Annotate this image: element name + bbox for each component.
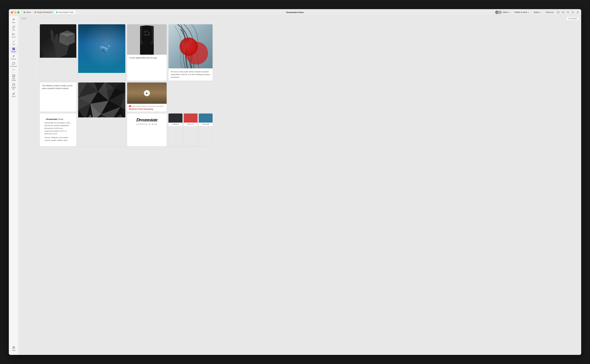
sidebar-item-upload[interactable]: Upload file	[10, 82, 18, 91]
tab-moodboard[interactable]: Design Moodboard	[33, 11, 54, 14]
sidebar-item-column[interactable]: Column	[10, 54, 18, 61]
card-polygon[interactable]	[78, 83, 125, 146]
board-icon	[12, 47, 15, 51]
card-halftone[interactable]: Try this rippled effect with the logo	[127, 24, 167, 81]
svg-rect-0	[557, 11, 559, 13]
swatch-red-color	[184, 113, 198, 123]
card-dreamstate-block[interactable]: —Dreamstate Poster Dreamstate first emer…	[40, 113, 76, 146]
sidebar-item-trash[interactable]: Trash	[10, 345, 18, 352]
sidebar-item-link[interactable]: Link	[10, 25, 18, 32]
woman-hair-image	[168, 24, 212, 68]
topbar-right: 0 Unsorted	[566, 17, 579, 20]
zoom-out-button[interactable]: Zoom out	[544, 11, 555, 14]
sidebar-item-board[interactable]: Board	[10, 46, 18, 53]
swatch-red[interactable]: #D24141	[184, 113, 198, 146]
maximize-button[interactable]	[17, 11, 19, 13]
card-underwater[interactable]	[78, 24, 125, 81]
swatch-blue-color	[199, 113, 212, 123]
titlebar-actions: A B Editors Publish & share Export Zoom …	[495, 10, 579, 14]
svg-point-37	[106, 45, 110, 49]
help-icon[interactable]: ?	[562, 11, 564, 14]
tab-dot-poster	[56, 12, 58, 13]
sidebar-item-trash-label: Trash	[12, 350, 15, 351]
sidebar-item-line-label: Line	[12, 44, 15, 45]
search-icon[interactable]	[567, 11, 569, 14]
card-woman-hair[interactable]: The focus of the poster will be a female…	[168, 24, 212, 81]
sidebar-item-link-label: Link	[12, 29, 15, 31]
unsorted-badge[interactable]: 0 Unsorted	[566, 17, 579, 20]
card-video[interactable]: ▶ https://www.youtube.com/mystic-forest-…	[127, 83, 167, 112]
sidebar-item-column-label: Column	[11, 58, 16, 60]
dreamstate-text: —Dreamstate Poster Dreamstate first emer…	[42, 116, 74, 144]
minimize-button[interactable]	[14, 11, 16, 13]
sidebar-item-note-label: Note	[12, 22, 15, 23]
trash-icon	[12, 346, 15, 349]
chevron-down-icon	[509, 12, 511, 13]
publish-share-button[interactable]: Publish & share	[513, 11, 530, 14]
line-icon	[12, 40, 15, 43]
sidebar-item-draw-label: Draw	[12, 96, 15, 98]
svg-point-8	[577, 12, 578, 13]
note-icon	[12, 18, 15, 21]
swatch-dark-color	[168, 113, 182, 123]
tab-home[interactable]: Home	[22, 11, 32, 14]
video-url: https://www.youtube.com/mystic-forest-ep…	[129, 105, 165, 107]
card-hand-cube[interactable]	[40, 24, 76, 81]
editor-avatars: A B	[495, 10, 502, 14]
card-album[interactable]: Dreamstate ESCAPES ALBUM	[127, 113, 167, 146]
app-window: Home Design Moodboard Dreamstate Poster …	[9, 9, 581, 355]
titlebar-tabs: Home Design Moodboard Dreamstate Poster	[22, 11, 75, 14]
svg-point-24	[12, 70, 13, 70]
window-title: Dreamstate Poster	[286, 11, 304, 13]
dreamstate-themes: Themes: Majestic, provocative, surreal, …	[44, 136, 72, 142]
swatch-blue-label: #36789B	[199, 123, 212, 126]
sidebar-item-todo[interactable]: To-do	[10, 32, 18, 39]
saved-label: Saved	[21, 18, 26, 20]
swatch-blue[interactable]: #36789B	[199, 113, 212, 146]
svg-rect-74	[136, 86, 137, 104]
sidebar-item-draw[interactable]: Draw	[10, 91, 18, 98]
content-area: Saved 0 Unsorted	[19, 16, 581, 355]
canvas[interactable]: The reflective surface of water can be q…	[19, 21, 581, 355]
swatch-red-label: #D24141	[184, 123, 198, 126]
svg-point-25	[13, 70, 14, 70]
settings-icon[interactable]	[576, 11, 579, 14]
svg-rect-78	[127, 98, 167, 104]
svg-line-6	[568, 13, 569, 13]
focus-text: The focus of the poster will be a female…	[171, 71, 211, 78]
halftone-image	[127, 24, 167, 55]
notification-icon[interactable]	[571, 11, 574, 14]
sidebar-item-line[interactable]: Line	[10, 39, 18, 46]
sidebar-item-add-image[interactable]: Add image	[10, 73, 18, 82]
content-topbar: Saved 0 Unsorted	[19, 16, 581, 21]
close-button[interactable]	[11, 11, 13, 13]
svg-rect-76	[162, 87, 163, 104]
editors-button[interactable]: A B Editors	[495, 10, 511, 14]
export-button[interactable]: Export	[532, 11, 542, 14]
sidebar-item-more[interactable]	[10, 68, 18, 72]
video-meta: https://www.youtube.com/mystic-forest-ep…	[127, 104, 167, 112]
water-caption: The reflective surface of water can be q…	[40, 83, 76, 92]
play-button[interactable]: ▶	[144, 90, 150, 96]
sidebar-item-note[interactable]: Note	[10, 17, 18, 24]
sidebar-bottom: Trash	[10, 345, 18, 353]
card-color-swatches[interactable]: #2B2D32 #D24141 #36789B	[168, 113, 212, 146]
upload-icon	[12, 83, 15, 86]
underwater-image	[78, 24, 125, 73]
card-water-text[interactable]: The reflective surface of water can be q…	[40, 83, 76, 112]
polygon-image	[78, 83, 125, 117]
tab-poster[interactable]: Dreamstate Poster	[55, 11, 75, 14]
tab-dot-home	[24, 12, 25, 13]
window-controls	[11, 11, 19, 13]
swatch-dark[interactable]: #2B2D32	[168, 113, 182, 146]
focus-text-card: The focus of the poster will be a female…	[168, 68, 212, 81]
more-icon	[12, 69, 15, 71]
svg-rect-72	[129, 87, 129, 104]
avatar-2: B	[498, 10, 502, 14]
sidebar-item-comment[interactable]: Comment	[10, 61, 18, 68]
album-content: Dreamstate ESCAPES ALBUM	[127, 113, 167, 129]
album-subtitle: ESCAPES ALBUM	[137, 124, 157, 125]
svg-rect-12	[13, 33, 13, 34]
youtube-icon	[129, 105, 131, 107]
video-title[interactable]: Mystical Forest Dreaming	[129, 108, 165, 110]
